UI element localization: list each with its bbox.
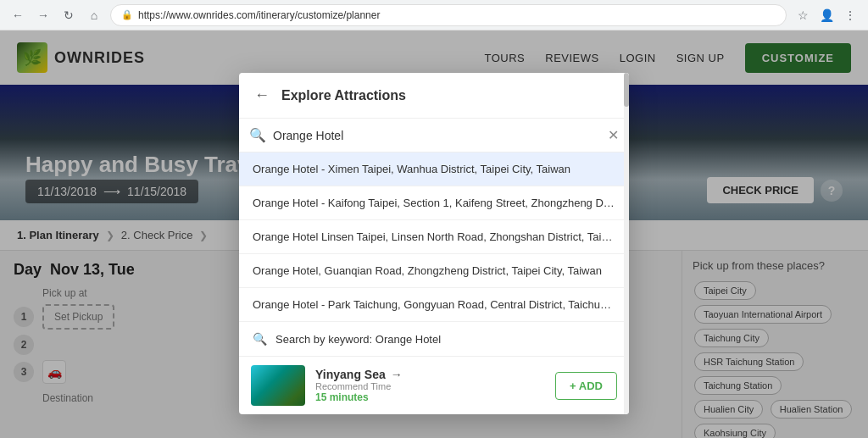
result-item-4[interactable]: Orange Hotel - Park Taichung, Gongyuan R… — [239, 288, 629, 322]
modal-header: ← Explore Attractions — [239, 73, 629, 119]
result-item-1[interactable]: Orange Hotel - Kaifong Taipei, Section 1… — [239, 186, 629, 220]
forward-button[interactable]: → — [34, 6, 53, 25]
url-text: https://www.ownrides.com/itinerary/custo… — [138, 9, 380, 21]
attraction-thumbnail — [251, 365, 305, 406]
attraction-name: Yinyang Sea → — [315, 368, 545, 381]
modal-back-button[interactable]: ← — [253, 85, 271, 106]
explore-attractions-modal: ← Explore Attractions 🔍 ✕ Orange Hotel -… — [239, 73, 629, 414]
browser-icon-group: ☆ 👤 ⋮ — [793, 6, 860, 25]
search-input[interactable] — [273, 129, 601, 142]
rec-time-value: 15 minutes — [315, 391, 545, 403]
address-bar[interactable]: 🔒 https://www.ownrides.com/itinerary/cus… — [110, 4, 787, 26]
modal-title: Explore Attractions — [281, 88, 406, 103]
keyword-search-item[interactable]: 🔍 Search by keyword: Orange Hotel — [239, 322, 629, 356]
search-icon: 🔍 — [249, 127, 266, 143]
scroll-thumb[interactable] — [624, 73, 629, 107]
result-item-2[interactable]: Orange Hotel Linsen Taipei, Linsen North… — [239, 220, 629, 254]
lock-icon: 🔒 — [121, 9, 133, 20]
back-button[interactable]: ← — [8, 6, 27, 25]
dropdown-results: Orange Hotel - Ximen Taipei, Wanhua Dist… — [239, 152, 629, 356]
profile-button[interactable]: 👤 — [817, 6, 836, 25]
keyword-search-text: Search by keyword: Orange Hotel — [275, 333, 441, 346]
rec-time-label: Recommend Time — [315, 381, 545, 391]
result-item-3[interactable]: Orange Hotel, Guanqian Road, Zhongzheng … — [239, 254, 629, 288]
modal-overlay: ← Explore Attractions 🔍 ✕ Orange Hotel -… — [0, 30, 868, 438]
clear-button[interactable]: ✕ — [608, 127, 619, 143]
browser-chrome: ← → ↻ ⌂ 🔒 https://www.ownrides.com/itine… — [0, 0, 868, 30]
home-button[interactable]: ⌂ — [85, 6, 103, 25]
refresh-button[interactable]: ↻ — [59, 6, 78, 25]
scroll-track — [624, 73, 629, 414]
attraction-card: Yinyang Sea → Recommend Time 15 minutes … — [239, 356, 629, 414]
attraction-arrow: → — [391, 368, 403, 381]
result-item-0[interactable]: Orange Hotel - Ximen Taipei, Wanhua Dist… — [239, 152, 629, 186]
keyword-search-icon: 🔍 — [253, 332, 267, 346]
bookmark-button[interactable]: ☆ — [793, 6, 812, 25]
attraction-info: Yinyang Sea → Recommend Time 15 minutes — [315, 368, 545, 403]
search-row: 🔍 ✕ — [239, 119, 629, 152]
menu-button[interactable]: ⋮ — [841, 6, 860, 25]
add-button[interactable]: + ADD — [555, 372, 617, 400]
